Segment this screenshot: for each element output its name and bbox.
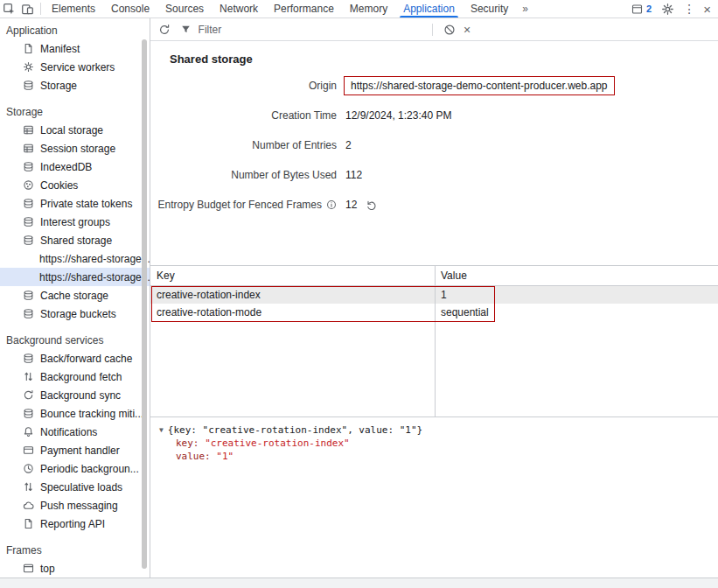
device-toolbar-icon[interactable] bbox=[19, 1, 35, 17]
settings-gear-icon[interactable] bbox=[659, 1, 675, 17]
sidebar-item-label: Storage buckets bbox=[40, 308, 116, 320]
sidebar-item-speculative-loads[interactable]: Speculative loads bbox=[0, 478, 150, 496]
sidebar-sections: ApplicationManifestService workersStorag… bbox=[0, 22, 150, 578]
property-value: "1" bbox=[216, 451, 234, 462]
database-icon bbox=[23, 216, 34, 228]
tab-application[interactable]: Application bbox=[395, 0, 463, 18]
sidebar-item-service-workers[interactable]: Service workers bbox=[0, 58, 150, 76]
tab-strip: ElementsConsoleSourcesNetworkPerformance… bbox=[44, 0, 516, 18]
sidebar-item-bounce-tracking-miti[interactable]: Bounce tracking miti... bbox=[0, 404, 150, 423]
database-icon bbox=[23, 198, 34, 209]
panel-toolbar: × bbox=[150, 18, 718, 41]
more-options-icon[interactable]: ⋮ bbox=[683, 3, 695, 15]
tab-security[interactable]: Security bbox=[463, 0, 516, 18]
field-row-entropy-budget-for-fenced-frames: Entropy Budget for Fenced Frames12 bbox=[150, 190, 718, 220]
devtools-body: ApplicationManifestService workersStorag… bbox=[0, 18, 718, 578]
sidebar-item-cache-storage[interactable]: Cache storage bbox=[0, 286, 150, 304]
service-worker-icon bbox=[23, 61, 34, 73]
sidebar-item-label: https://shared-storage... bbox=[39, 253, 150, 265]
column-resize-handle[interactable] bbox=[435, 266, 436, 416]
sidebar-section-application: ApplicationManifestService workersStorag… bbox=[0, 22, 150, 94]
sidebar-item-session-storage[interactable]: Session storage bbox=[0, 139, 150, 158]
cell-key: creative-rotation-index bbox=[150, 289, 435, 301]
sidebar-scrollbar[interactable] bbox=[142, 39, 147, 569]
tab-elements[interactable]: Elements bbox=[44, 0, 103, 18]
sidebar-item-storage[interactable]: Storage bbox=[0, 76, 150, 94]
sidebar-item-private-state-tokens[interactable]: Private state tokens bbox=[0, 194, 150, 213]
sidebar-item-background-fetch[interactable]: Background fetch bbox=[0, 368, 150, 386]
shared-storage-panel: × Shared storage Originhttps://shared-st… bbox=[150, 18, 718, 578]
fetch-icon bbox=[23, 371, 34, 382]
sidebar-item-push-messaging[interactable]: Push messaging bbox=[0, 496, 150, 514]
sidebar-section-storage: StorageLocal storageSession storageIndex… bbox=[0, 103, 150, 323]
field-value: 112 bbox=[345, 169, 362, 181]
fields: Originhttps://shared-storage-demo-conten… bbox=[150, 69, 718, 220]
field-value: 12 bbox=[345, 199, 357, 211]
sidebar-item-storage-buckets[interactable]: Storage buckets bbox=[0, 304, 150, 323]
sidebar-item-manifest[interactable]: Manifest bbox=[0, 39, 150, 58]
close-devtools-icon[interactable]: × bbox=[703, 3, 711, 16]
sidebar-item-back-forward-cache[interactable]: Back/forward cache bbox=[0, 349, 150, 368]
database-icon bbox=[23, 408, 34, 419]
sidebar-item-label: Shared storage bbox=[40, 234, 112, 247]
property-value: "creative-rotation-index" bbox=[205, 438, 350, 449]
drawer-edge[interactable] bbox=[0, 578, 718, 588]
info-icon[interactable] bbox=[326, 200, 337, 210]
field-row-number-of-entries: Number of Entries2 bbox=[150, 130, 718, 160]
expand-triangle-icon[interactable]: ▼ bbox=[159, 426, 164, 434]
sidebar-item-shared-storage[interactable]: Shared storage bbox=[0, 231, 150, 249]
sidebar-item-cookies[interactable]: Cookies bbox=[0, 176, 150, 194]
reset-budget-icon[interactable] bbox=[366, 200, 377, 211]
sidebar-item-reporting-api[interactable]: Reporting API bbox=[0, 514, 150, 533]
sidebar-item-label: Payment handler bbox=[40, 444, 120, 457]
manifest-icon bbox=[23, 518, 34, 529]
sidebar-item-label: Periodic backgroun... bbox=[40, 463, 139, 475]
table-icon bbox=[23, 124, 34, 136]
sidebar-item-label: top bbox=[40, 563, 55, 575]
sidebar-section-title: Background services bbox=[0, 332, 150, 349]
field-label: Number of Entries bbox=[150, 139, 337, 151]
field-label: Origin bbox=[150, 80, 337, 92]
sidebar-item-indexeddb[interactable]: IndexedDB bbox=[0, 158, 150, 176]
sidebar-item-https-shared-storage[interactable]: https://shared-storage... bbox=[0, 268, 150, 286]
block-icon[interactable] bbox=[442, 22, 457, 38]
sidebar-item-top[interactable]: top bbox=[0, 559, 150, 578]
field-value: 12/9/2024, 1:23:40 PM bbox=[345, 109, 451, 122]
sidebar-item-payment-handler[interactable]: Payment handler bbox=[0, 441, 150, 459]
tab-performance[interactable]: Performance bbox=[266, 0, 342, 18]
drawer-badge[interactable]: 2 bbox=[629, 1, 652, 17]
tabbar-left-icons bbox=[0, 1, 38, 17]
sidebar-item-notifications[interactable]: Notifications bbox=[0, 423, 150, 441]
tab-console[interactable]: Console bbox=[103, 0, 157, 18]
application-sidebar: ApplicationManifestService workersStorag… bbox=[0, 18, 150, 578]
tab-memory[interactable]: Memory bbox=[342, 0, 395, 18]
inspect-element-icon[interactable] bbox=[1, 1, 17, 17]
field-row-origin: Originhttps://shared-storage-demo-conten… bbox=[150, 71, 718, 101]
sidebar-item-periodic-backgroun[interactable]: Periodic backgroun... bbox=[0, 459, 150, 478]
preview-property: key: "creative-rotation-index" bbox=[159, 437, 709, 450]
sidebar-item-label: Back/forward cache bbox=[40, 353, 132, 365]
column-header-value[interactable]: Value bbox=[435, 270, 473, 282]
filter-box bbox=[178, 22, 423, 38]
more-tabs-chevron[interactable]: » bbox=[516, 0, 534, 18]
sidebar-section-title: Storage bbox=[0, 103, 150, 121]
sidebar-item-label: Storage bbox=[40, 80, 77, 92]
sidebar-item-interest-groups[interactable]: Interest groups bbox=[0, 213, 150, 231]
tab-network[interactable]: Network bbox=[212, 0, 266, 18]
sidebar-item-local-storage[interactable]: Local storage bbox=[0, 121, 150, 139]
cell-value: sequential bbox=[435, 306, 495, 318]
sidebar-item-label: Service workers bbox=[40, 61, 115, 74]
tabbar-separator bbox=[40, 3, 41, 15]
tab-sources[interactable]: Sources bbox=[157, 0, 212, 18]
clear-icon[interactable]: × bbox=[464, 24, 471, 36]
entry-preview: ▼{key: "creative-rotation-index", value:… bbox=[150, 417, 718, 578]
filter-input[interactable] bbox=[199, 24, 423, 36]
sidebar-item-label: Cache storage bbox=[40, 290, 108, 302]
sidebar-item-label: Push messaging bbox=[40, 500, 118, 512]
refresh-icon[interactable] bbox=[157, 22, 172, 38]
field-row-number-of-bytes-used: Number of Bytes Used112 bbox=[150, 160, 718, 190]
sidebar-item-label: Reporting API bbox=[40, 518, 105, 530]
sidebar-item-https-shared-storage[interactable]: https://shared-storage... bbox=[0, 249, 150, 268]
column-header-key[interactable]: Key bbox=[150, 270, 435, 282]
sidebar-item-background-sync[interactable]: Background sync bbox=[0, 386, 150, 404]
